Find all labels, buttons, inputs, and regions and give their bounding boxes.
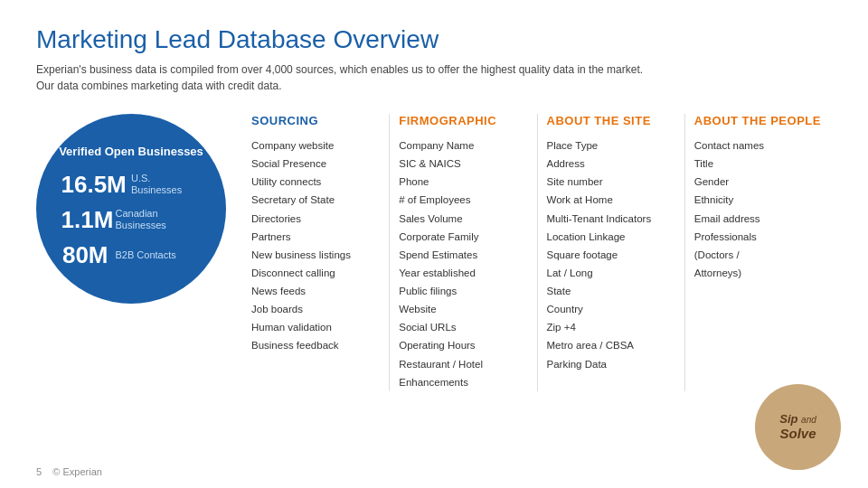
- list-item: Zip +4: [547, 318, 675, 336]
- list-item: New business listings: [251, 246, 380, 264]
- list-item: SIC & NAICS: [399, 155, 527, 173]
- list-item: Operating Hours: [399, 336, 527, 354]
- list-item: Professionals: [694, 228, 823, 246]
- copyright: © Experian: [52, 466, 102, 477]
- list-item: Social Presence: [251, 155, 380, 173]
- list-item: Gender: [694, 173, 823, 191]
- list-item: Social URLs: [399, 318, 527, 336]
- list-item: Human validation: [251, 318, 380, 336]
- coffee-decoration: Sip and Solve: [741, 380, 841, 470]
- list-item: Title: [694, 155, 823, 173]
- stats-circle: Verified Open Businesses 16.5M U.S. Busi…: [36, 114, 226, 304]
- footer: 5 © Experian: [36, 466, 102, 477]
- list-item: Phone: [399, 173, 527, 191]
- col-header-about-site: ABOUT THE SITE: [547, 114, 675, 127]
- stat-number-1: 16.5M: [61, 171, 124, 199]
- list-item: Job boards: [251, 300, 380, 318]
- sip-solve-text: Sip and Solve: [779, 412, 816, 443]
- page-number: 5: [36, 466, 42, 477]
- list-item: Company website: [251, 136, 380, 155]
- list-item: Disconnect calling: [251, 264, 380, 282]
- list-item: Secretary of State: [251, 191, 380, 209]
- stat-label-3: B2B Contacts: [116, 249, 176, 261]
- list-item: Multi-Tenant Indicators: [547, 210, 675, 228]
- list-item: Directories: [251, 210, 380, 228]
- list-item: Work at Home: [547, 191, 675, 209]
- list-item: Spend Estimates: [399, 246, 527, 264]
- list-item: State: [547, 282, 675, 300]
- list-item: # of Employees: [399, 191, 527, 209]
- stat-row-2: 1.1M Canadian Businesses: [61, 206, 202, 234]
- list-item: Parking Data: [547, 355, 675, 373]
- list-item: Address: [547, 155, 675, 173]
- stat-label-2: Canadian Businesses: [116, 208, 202, 231]
- sip-word: Sip: [779, 412, 797, 426]
- list-item: Restaurant / Hotel: [399, 355, 527, 373]
- list-item: (Doctors /: [694, 246, 823, 264]
- list-item: Contact names: [694, 136, 823, 155]
- content-area: Verified Open Businesses 16.5M U.S. Busi…: [36, 114, 832, 391]
- columns-area: SOURCINGCompany websiteSocial PresenceUt…: [242, 114, 832, 391]
- col-header-sourcing: SOURCING: [251, 114, 380, 127]
- stat-label-1: U.S. Businesses: [131, 173, 202, 196]
- and-word: and: [801, 415, 816, 425]
- stat-number-3: 80M: [61, 241, 108, 269]
- column-sourcing: SOURCINGCompany websiteSocial PresenceUt…: [242, 114, 390, 391]
- list-item: Metro area / CBSA: [547, 336, 675, 354]
- list-item: Website: [399, 300, 527, 318]
- page-subtitle: Experian's business data is compiled fro…: [36, 61, 651, 94]
- circle-header: Verified Open Businesses: [59, 145, 203, 160]
- stat-number-2: 1.1M: [61, 206, 108, 234]
- list-item: Year established: [399, 264, 527, 282]
- list-item: Location Linkage: [547, 228, 675, 246]
- list-item: Email address: [694, 210, 823, 228]
- column-about-site: ABOUT THE SITEPlace TypeAddressSite numb…: [538, 114, 685, 391]
- list-item: Partners: [251, 228, 380, 246]
- list-item: News feeds: [251, 282, 380, 300]
- list-item: Square footage: [547, 246, 675, 264]
- list-item: Sales Volume: [399, 210, 527, 228]
- page: Marketing Lead Database Overview Experia…: [0, 0, 868, 488]
- column-firmographic: FIRMOGRAPHICCompany NameSIC & NAICSPhone…: [390, 114, 537, 391]
- col-header-about-people: ABOUT THE PEOPLE: [694, 114, 823, 127]
- circle-container: Verified Open Businesses 16.5M U.S. Busi…: [36, 114, 226, 304]
- list-item: Company Name: [399, 136, 527, 155]
- list-item: Public filings: [399, 282, 527, 300]
- stat-row-1: 16.5M U.S. Businesses: [61, 171, 202, 199]
- list-item: Enhancements: [399, 373, 527, 391]
- column-about-people: ABOUT THE PEOPLEContact namesTitleGender…: [685, 114, 832, 391]
- list-item: Ethnicity: [694, 191, 823, 209]
- list-item: Utility connects: [251, 173, 380, 191]
- col-header-firmographic: FIRMOGRAPHIC: [399, 114, 527, 127]
- list-item: Attorneys): [694, 264, 823, 282]
- list-item: Country: [547, 300, 675, 318]
- page-title: Marketing Lead Database Overview: [36, 25, 832, 54]
- solve-word: Solve: [779, 426, 816, 442]
- stat-row-3: 80M B2B Contacts: [61, 241, 202, 269]
- coffee-cup-circle: Sip and Solve: [755, 384, 841, 470]
- list-item: Corporate Family: [399, 228, 527, 246]
- list-item: Lat / Long: [547, 264, 675, 282]
- list-item: Business feedback: [251, 336, 380, 354]
- list-item: Place Type: [547, 136, 675, 155]
- list-item: Site number: [547, 173, 675, 191]
